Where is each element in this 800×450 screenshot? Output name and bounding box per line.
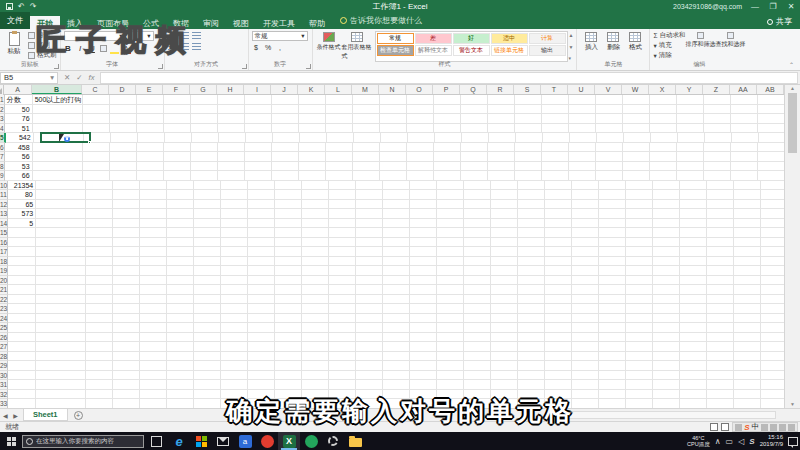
cell-R7[interactable] <box>488 152 515 162</box>
cell-H16[interactable] <box>221 238 248 248</box>
cell-J24[interactable] <box>275 314 302 324</box>
cells-插入-button[interactable]: 插入 <box>580 31 602 62</box>
cell-C14[interactable] <box>86 219 113 229</box>
cell-R2[interactable] <box>488 105 515 115</box>
cell-AA9[interactable] <box>731 171 758 181</box>
cell-N6[interactable] <box>380 143 407 153</box>
cell-U28[interactable] <box>572 352 599 362</box>
cell-T11[interactable] <box>545 190 572 200</box>
cell-Y7[interactable] <box>677 152 704 162</box>
font-name-combo[interactable]: ▾ <box>64 31 126 41</box>
cell-T26[interactable] <box>545 333 572 343</box>
cell-O14[interactable] <box>410 219 437 229</box>
cell-M8[interactable] <box>353 162 380 172</box>
cell-J11[interactable] <box>275 190 302 200</box>
paste-button[interactable]: 粘贴 <box>3 31 25 62</box>
cell-E14[interactable] <box>140 219 167 229</box>
cell-E23[interactable] <box>140 304 167 314</box>
cell-U20[interactable] <box>572 276 599 286</box>
cell-I1[interactable] <box>245 95 272 105</box>
cell-AA17[interactable] <box>734 247 761 257</box>
cell-W15[interactable] <box>626 228 653 238</box>
cell-E18[interactable] <box>140 257 167 267</box>
cell-V20[interactable] <box>599 276 626 286</box>
italic-button[interactable]: I <box>76 44 85 53</box>
cell-H14[interactable] <box>221 219 248 229</box>
cell-U5[interactable] <box>570 133 597 143</box>
cell-H4[interactable] <box>218 124 245 134</box>
cell-H31[interactable] <box>221 380 248 390</box>
cell-Z16[interactable] <box>707 238 734 248</box>
cell-L5[interactable] <box>327 133 354 143</box>
cell-R19[interactable] <box>491 266 518 276</box>
cell-Z17[interactable] <box>707 247 734 257</box>
cell-B29[interactable] <box>36 361 86 371</box>
cell-C8[interactable] <box>83 162 110 172</box>
cell-K18[interactable] <box>302 257 329 267</box>
cell-I7[interactable] <box>245 152 272 162</box>
cell-K30[interactable] <box>302 371 329 381</box>
cell-B24[interactable] <box>36 314 86 324</box>
cell-S10[interactable] <box>518 181 545 191</box>
clipboard-item-格式刷[interactable]: 格式刷 <box>28 51 57 60</box>
cell-K31[interactable] <box>302 380 329 390</box>
cell-Q30[interactable] <box>464 371 491 381</box>
cell-E3[interactable] <box>137 114 164 124</box>
cell-K8[interactable] <box>299 162 326 172</box>
cell-AB11[interactable] <box>761 190 784 200</box>
cell-O28[interactable] <box>410 352 437 362</box>
cell-Z9[interactable] <box>704 171 731 181</box>
cell-E15[interactable] <box>140 228 167 238</box>
font-color-icon[interactable]: A <box>122 45 131 53</box>
cell-O17[interactable] <box>410 247 437 257</box>
cell-O12[interactable] <box>410 200 437 210</box>
cell-V11[interactable] <box>599 190 626 200</box>
cell-R14[interactable] <box>491 219 518 229</box>
cell-P27[interactable] <box>437 342 464 352</box>
row-header-18[interactable]: 18 <box>0 257 8 267</box>
cell-Y13[interactable] <box>680 209 707 219</box>
cell-D6[interactable] <box>110 143 137 153</box>
cell-N16[interactable] <box>383 238 410 248</box>
column-header-N[interactable]: N <box>379 85 406 94</box>
cell-U8[interactable] <box>569 162 596 172</box>
cell-Z18[interactable] <box>707 257 734 267</box>
cell-Q23[interactable] <box>464 304 491 314</box>
cell-AA5[interactable] <box>732 133 759 143</box>
cell-H11[interactable] <box>221 190 248 200</box>
cell-Y5[interactable] <box>678 133 705 143</box>
cell-D23[interactable] <box>113 304 140 314</box>
cell-style-输出[interactable]: 输出 <box>529 45 566 56</box>
cell-X28[interactable] <box>653 352 680 362</box>
cell-style-链接单元格[interactable]: 链接单元格 <box>491 45 528 56</box>
cell-W5[interactable] <box>624 133 651 143</box>
cell-D31[interactable] <box>113 380 140 390</box>
cell-Z1[interactable] <box>704 95 731 105</box>
column-header-T[interactable]: T <box>541 85 568 94</box>
cell-U3[interactable] <box>569 114 596 124</box>
cell-AB1[interactable] <box>758 95 784 105</box>
cell-G16[interactable] <box>194 238 221 248</box>
cell-U14[interactable] <box>572 219 599 229</box>
cell-L15[interactable] <box>329 228 356 238</box>
cell-J26[interactable] <box>275 333 302 343</box>
cell-AA29[interactable] <box>734 361 761 371</box>
worksheet[interactable]: ABCDEFGHIJKLMNOPQRSTUVWXYZAAAB 1分数500以上的… <box>0 85 784 408</box>
cell-S14[interactable] <box>518 219 545 229</box>
cell-O26[interactable] <box>410 333 437 343</box>
cell-F14[interactable] <box>167 219 194 229</box>
cell-T2[interactable] <box>542 105 569 115</box>
cell-V7[interactable] <box>596 152 623 162</box>
cell-R4[interactable] <box>488 124 515 134</box>
align-icon-5[interactable] <box>192 42 201 50</box>
select-all-corner[interactable] <box>0 85 4 95</box>
cell-H17[interactable] <box>221 247 248 257</box>
cell-I9[interactable] <box>245 171 272 181</box>
cell-Q21[interactable] <box>464 285 491 295</box>
cell-Y31[interactable] <box>680 380 707 390</box>
cell-R10[interactable] <box>491 181 518 191</box>
cell-Y30[interactable] <box>680 371 707 381</box>
column-header-AA[interactable]: AA <box>730 85 757 94</box>
cell-D20[interactable] <box>113 276 140 286</box>
cell-U13[interactable] <box>572 209 599 219</box>
